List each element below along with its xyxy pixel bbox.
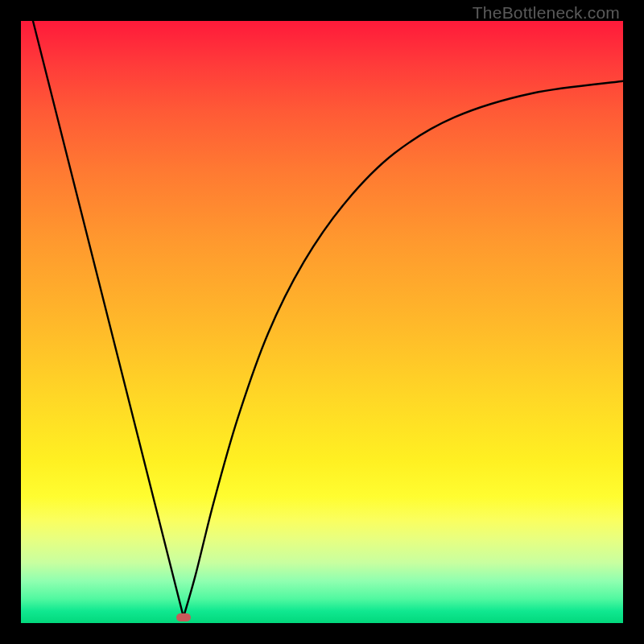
watermark-text: TheBottleneck.com bbox=[473, 3, 620, 23]
chart-curve-path bbox=[33, 21, 623, 617]
chart-frame bbox=[21, 21, 623, 623]
chart-curve-svg bbox=[21, 21, 623, 623]
chart-marker bbox=[176, 613, 191, 621]
